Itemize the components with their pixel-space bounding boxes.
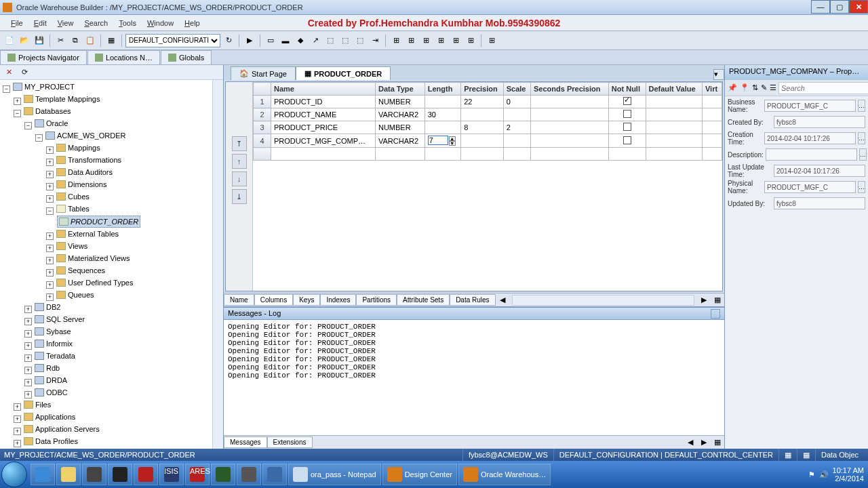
tree-node[interactable]: Data Profiles [22,436,79,447]
paste-icon[interactable]: 📋 [83,34,97,47]
property-more-button[interactable]: … [858,132,865,144]
minimize-button[interactable]: — [811,0,830,14]
msg-nav-left-icon[interactable]: ◀ [684,436,697,449]
tree-scrollbar[interactable] [212,80,223,449]
tab-product-order[interactable]: ▦ PRODUCT_ORDER [296,66,391,80]
tree-node[interactable]: User Defined Types [55,277,134,288]
prop-sort-icon[interactable]: ⇅ [751,82,759,94]
notnull-checkbox[interactable] [623,97,631,105]
msg-nav-end-icon[interactable]: ▦ [711,436,724,449]
tree-node[interactable]: External Tables [55,228,120,239]
validate-icon[interactable]: ▦ [104,34,118,47]
task-app6[interactable]: ISIS [159,464,184,485]
tb-icon-13[interactable]: ⊞ [449,34,462,47]
tb-icon-1[interactable]: ▭ [264,34,277,47]
prop-edit-icon[interactable]: ✎ [760,82,768,94]
tb-icon-8[interactable]: ⇥ [368,34,382,47]
column-header[interactable]: Seconds Precision [531,83,609,96]
tray-flag-icon[interactable]: ⚑ [808,470,815,479]
bottom-tab-indexes[interactable]: Indexes [320,294,356,306]
tab-start-page[interactable]: 🏠 Start Page [231,66,296,80]
msg-nav-right-icon[interactable]: ▶ [697,436,711,449]
tree-node[interactable]: Mappings [55,142,102,153]
tab-locations-navigator[interactable]: Locations N… [87,50,160,64]
columns-table[interactable]: NameData TypeLengthPrecisionScaleSeconds… [253,82,722,161]
task-explorer[interactable] [56,464,81,485]
open-icon[interactable]: 📂 [18,34,31,47]
notnull-checkbox[interactable] [623,136,631,144]
column-header[interactable]: Length [425,83,460,96]
messages-tab-extensions[interactable]: Extensions [267,436,313,448]
property-value[interactable] [774,165,865,177]
project-tree[interactable]: −MY_PROJECT +Template Mappings −Database… [1,81,222,449]
tree-node[interactable]: Applications [22,411,77,422]
bottom-tab-keys[interactable]: Keys [293,294,320,306]
menu-file[interactable]: File [5,17,28,29]
table-row[interactable]: 1PRODUCT_IDNUMBER220 [254,96,722,108]
tree-node[interactable]: Queues [55,289,96,300]
task-design-center[interactable]: Design Center [382,464,457,485]
notnull-checkbox[interactable] [623,123,631,131]
tabs-overflow-icon[interactable]: ▾ [713,69,724,80]
length-input[interactable] [428,136,448,145]
tree-node[interactable]: Data Auditors [55,167,114,178]
copy-icon[interactable]: ⧉ [68,34,82,47]
column-header[interactable]: Data Type [375,83,425,96]
tree-node[interactable]: ODBC [33,387,69,398]
task-app10[interactable] [262,464,287,485]
move-up-button[interactable]: ↑ [232,154,247,169]
tb-icon-2[interactable]: ▬ [279,34,292,47]
task-app4[interactable] [108,464,132,485]
menu-view[interactable]: View [52,17,79,29]
tree-close-icon[interactable]: ✕ [2,66,16,79]
bottom-tab-attribute-sets[interactable]: Attribute Sets [397,294,450,306]
prop-pin-icon[interactable]: 📌 [727,82,738,94]
tb-icon-11[interactable]: ⊞ [419,34,433,47]
messages-log[interactable]: Opening Editor for: PRODUCT_ORDER Openin… [224,320,724,435]
property-value[interactable] [764,181,856,193]
bottom-tabs-nav-icon[interactable]: ◀ [496,293,509,307]
tb-icon-4[interactable]: ↗ [309,34,322,47]
column-header[interactable]: Name [271,83,376,96]
move-bottom-button[interactable]: ⤓ [232,189,247,204]
tb-icon-7[interactable]: ⬚ [353,34,367,47]
tree-refresh-icon[interactable]: ⟳ [18,66,31,79]
task-ie[interactable] [31,464,55,485]
menu-window[interactable]: Window [142,17,179,29]
table-row[interactable]: 2PRODUCT_NAMEVARCHAR230 [254,108,722,121]
bottom-tab-name[interactable]: Name [224,294,254,306]
tree-node[interactable]: Views [55,241,89,251]
tree-node[interactable]: Materialized Views [55,253,132,264]
menu-search[interactable]: Search [79,17,113,29]
tree-node[interactable]: Teradata [33,350,77,361]
tab-projects-navigator[interactable]: Projects Navigator [0,50,87,64]
bottom-tab-columns[interactable]: Columns [254,294,293,306]
prop-filter-icon[interactable]: ☰ [769,82,777,94]
bottom-tab-partitions[interactable]: Partitions [356,294,397,306]
save-icon[interactable]: 💾 [33,34,46,47]
property-value[interactable] [766,148,857,161]
close-button[interactable]: ✕ [849,0,868,14]
notnull-checkbox[interactable] [623,110,631,118]
toggle-icon[interactable]: − [3,85,10,93]
menu-edit[interactable]: Edit [28,17,52,29]
task-app5[interactable] [134,464,158,485]
task-app7[interactable]: ARES [185,464,210,485]
move-down-button[interactable]: ↓ [232,171,247,186]
task-app3[interactable] [82,464,106,485]
tb-icon-10[interactable]: ⊞ [404,34,418,47]
column-header[interactable]: Virt [702,83,722,96]
start-button[interactable] [1,462,27,487]
column-header[interactable]: Default Value [646,83,702,96]
property-value[interactable] [774,116,865,128]
tree-node[interactable]: Data Rules [22,448,73,449]
column-header[interactable]: Not Null [608,83,646,96]
tree-node[interactable]: Sequences [55,265,106,276]
prop-pin2-icon[interactable]: 📍 [739,82,750,94]
spin-down-icon[interactable]: ▼ [449,141,456,146]
spin-up-icon[interactable]: ▲ [449,136,456,141]
tb-icon-12[interactable]: ⊞ [434,34,448,47]
h-scrollbar[interactable] [512,295,694,306]
tree-node[interactable]: Files [22,399,52,410]
menu-help[interactable]: Help [179,17,205,29]
